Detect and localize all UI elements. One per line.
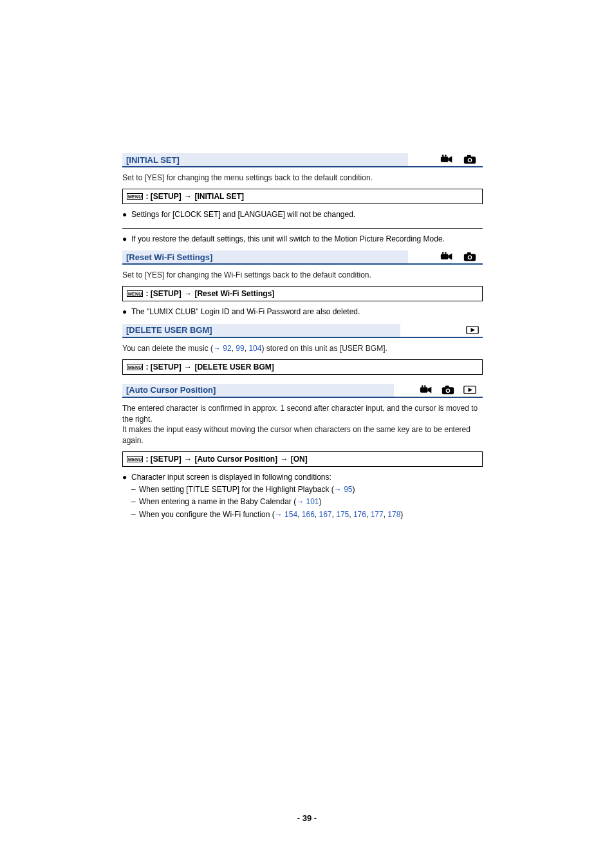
bullet-text: Character input screen is displayed in f…: [131, 472, 331, 483]
mode-icon-strip: [408, 153, 483, 166]
bullet-item: ● The "LUMIX CLUB" Login ID and Wi-Fi Pa…: [122, 307, 483, 317]
page-link-95[interactable]: 95: [344, 485, 352, 494]
sub-text: When you configure the Wi-Fi function (→…: [139, 509, 403, 520]
page-link-104[interactable]: 104: [248, 344, 261, 353]
link-arrow-icon: →: [334, 485, 344, 494]
page-link-175[interactable]: 175: [336, 510, 349, 519]
menu-path: : [SETUP] → [Reset Wi-Fi Settings]: [145, 289, 274, 298]
bullet-dot: ●: [122, 234, 131, 245]
sub-text-part: When entering a name in the Baby Calenda…: [139, 497, 296, 506]
path-part: [SETUP]: [151, 363, 181, 372]
video-mode-icon: [440, 155, 453, 165]
sub-text-part: ): [319, 497, 322, 506]
bullet-dot: ●: [122, 307, 131, 317]
menu-icon: MENU: [127, 364, 143, 370]
svg-point-17: [424, 385, 426, 387]
bullet-text: If you restore the default settings, thi…: [131, 234, 445, 245]
page-link-101[interactable]: 101: [306, 497, 319, 506]
path-part: [SETUP]: [151, 192, 181, 201]
section-desc: You can delete the music (→ 92, 99, 104)…: [122, 343, 483, 354]
page-link-154[interactable]: 154: [284, 510, 297, 519]
page-number: - 39 -: [0, 813, 614, 823]
svg-point-16: [422, 385, 423, 387]
mode-icon-strip: [400, 324, 483, 337]
bullet-dot: ●: [122, 209, 131, 220]
bullet-dot: ●: [122, 472, 131, 483]
link-arrow-icon: →: [296, 497, 306, 506]
page-link-178[interactable]: 178: [387, 510, 400, 519]
menu-path: : [SETUP] → [DELETE USER BGM]: [145, 363, 274, 372]
page-link-177[interactable]: 177: [371, 510, 384, 519]
mode-icon-strip: [408, 250, 483, 263]
sub-dash: –: [131, 496, 139, 507]
menu-icon: MENU: [127, 456, 143, 462]
desc-text: You can delete the music (: [122, 344, 213, 353]
path-part: [ON]: [291, 455, 308, 464]
page-link-92[interactable]: 92: [223, 344, 231, 353]
comma: ,: [315, 510, 319, 519]
link-arrow-icon: →: [213, 344, 223, 353]
sub-text-part: When you configure the Wi-Fi function (: [139, 510, 275, 519]
menu-path-box: MENU : [SETUP] → [Auto Cursor Position] …: [122, 451, 483, 467]
video-mode-icon: [420, 385, 433, 395]
page-link-99[interactable]: 99: [236, 344, 244, 353]
path-colon: :: [145, 363, 150, 372]
sub-text-part: ): [353, 485, 355, 494]
page-link-167[interactable]: 167: [319, 510, 332, 519]
page-link-176[interactable]: 176: [353, 510, 366, 519]
section-header-auto-cursor: [Auto Cursor Position]: [122, 384, 483, 398]
comma: ,: [366, 510, 371, 519]
path-colon: :: [145, 455, 150, 464]
bullet-text: The "LUMIX CLUB" Login ID and Wi-Fi Pass…: [131, 307, 360, 317]
section-title-box: [INITIAL SET]: [122, 153, 408, 166]
path-arrow: →: [181, 363, 195, 372]
path-arrow: →: [181, 192, 195, 201]
path-part: [INITIAL SET]: [194, 192, 243, 201]
desc-text: ) stored on this unit as [USER BGM].: [261, 344, 387, 353]
path-arrow: →: [181, 455, 195, 464]
sub-item: – When entering a name in the Baby Calen…: [122, 496, 483, 507]
sub-dash: –: [131, 509, 139, 520]
svg-rect-0: [441, 156, 449, 162]
svg-rect-4: [467, 155, 471, 157]
menu-icon: MENU: [127, 193, 143, 200]
content-column: [INITIAL SET] Set to [YES] for changing …: [122, 153, 483, 520]
section-title-box: [Reset Wi-Fi Settings]: [122, 250, 408, 263]
section-header-initial-set: [INITIAL SET]: [122, 153, 483, 167]
svg-point-2: [445, 155, 447, 156]
bullet-text: Settings for [CLOCK SET] and [LANGUAGE] …: [131, 209, 355, 220]
path-part: [SETUP]: [151, 289, 181, 298]
path-colon: :: [145, 289, 150, 298]
svg-point-13: [469, 256, 471, 259]
path-part: [Auto Cursor Position]: [194, 455, 277, 464]
svg-rect-7: [441, 254, 449, 259]
playback-mode-icon: [463, 385, 476, 395]
svg-point-9: [445, 252, 447, 254]
section-desc: Set to [YES] for changing the menu setti…: [122, 173, 483, 184]
path-part: [DELETE USER BGM]: [194, 363, 274, 372]
svg-point-6: [469, 159, 471, 162]
section-desc: Set to [YES] for changing the Wi-Fi sett…: [122, 270, 483, 281]
svg-rect-11: [467, 252, 471, 254]
bullet-item: ● Settings for [CLOCK SET] and [LANGUAGE…: [122, 209, 483, 220]
menu-icon: MENU: [127, 290, 143, 297]
section-title-box: [Auto Cursor Position]: [122, 384, 394, 397]
comma: ,: [297, 510, 302, 519]
svg-point-1: [442, 155, 444, 156]
page-link-166[interactable]: 166: [302, 510, 315, 519]
section-title: [Auto Cursor Position]: [126, 385, 216, 395]
sub-text-part: ): [400, 510, 403, 519]
sub-text: When setting [TITLE SETUP] for the Highl…: [139, 484, 355, 495]
bullet-item: ● Character input screen is displayed in…: [122, 472, 483, 483]
playback-mode-icon: [466, 325, 479, 335]
menu-path: : [SETUP] → [INITIAL SET]: [145, 192, 243, 201]
svg-point-8: [442, 252, 444, 254]
svg-rect-15: [420, 387, 428, 392]
section-title: [INITIAL SET]: [126, 155, 180, 165]
menu-path-box: MENU : [SETUP] → [Reset Wi-Fi Settings]: [122, 286, 483, 301]
path-arrow: →: [181, 289, 195, 298]
menu-path-box: MENU : [SETUP] → [INITIAL SET]: [122, 189, 483, 204]
mode-icon-strip: [394, 384, 483, 397]
video-mode-icon: [440, 252, 453, 262]
section-title: [Reset Wi-Fi Settings]: [126, 252, 212, 262]
